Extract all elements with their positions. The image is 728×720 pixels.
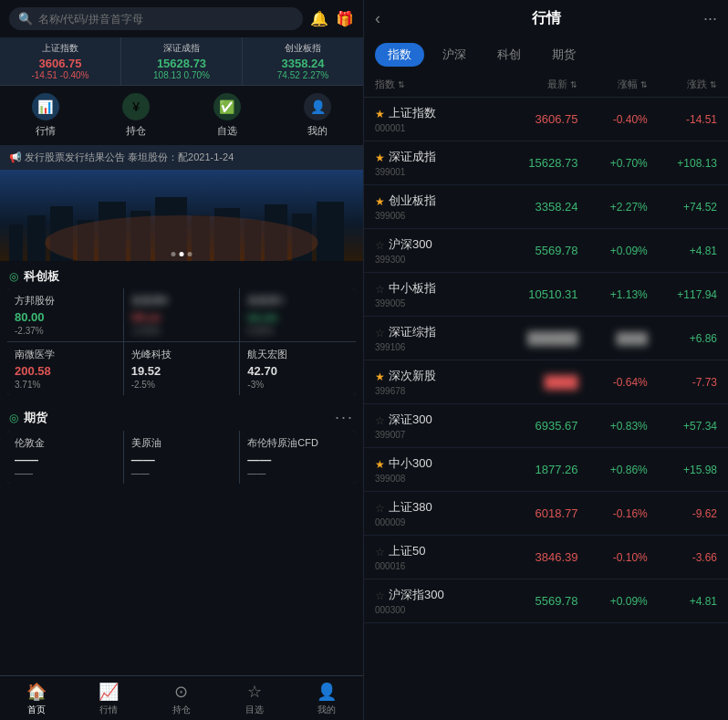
star-icon-9[interactable]: ☆ xyxy=(375,502,385,515)
tab-hushen[interactable]: 沪深 xyxy=(430,43,479,67)
table-scroll[interactable]: ★ 上证指数 000001 3606.75 -0.40% -14.51 ★ 深证… xyxy=(364,98,728,720)
stock-cell-4[interactable]: 光峰科技 19.52 -2.5% xyxy=(124,342,240,395)
table-row-10[interactable]: ☆ 上证50 000016 3846.39 -0.10% -3.66 xyxy=(364,536,728,579)
star-icon-2[interactable]: ★ xyxy=(375,195,385,208)
row-name-7: 深证300 xyxy=(389,412,432,428)
star-icon-5[interactable]: ☆ xyxy=(375,327,385,339)
kechuang-header: ◎ 科创板 xyxy=(0,261,363,288)
search-input[interactable] xyxy=(38,13,294,26)
bottom-nav: 🏠 首页 📈 行情 ⊙ 持仓 ☆ 目选 👤 我的 xyxy=(0,675,363,720)
stock-name-1: 某股票B xyxy=(131,294,233,308)
index-value-2: 3358.24 xyxy=(248,57,358,70)
right-title: 行情 xyxy=(390,9,703,28)
row-name-8: 中小300 xyxy=(389,455,432,472)
stock-chg-1: -2.93% xyxy=(131,326,233,336)
svg-rect-2 xyxy=(27,215,46,261)
more-button[interactable]: ··· xyxy=(335,408,354,427)
table-row-1[interactable]: ★ 深证成指 399001 15628.73 +0.70% +108.13 xyxy=(364,141,728,185)
futures-icon: ◎ xyxy=(9,412,18,424)
table-row-8[interactable]: ★ 中小300 399008 1877.26 +0.86% +15.98 xyxy=(364,448,728,492)
table-row-9[interactable]: ☆ 上证380 000009 6018.77 -0.16% -9.62 xyxy=(364,492,728,536)
row-chg-4: +117.94 xyxy=(648,288,717,301)
search-wrap[interactable]: 🔍 xyxy=(9,7,303,30)
more-icon[interactable]: ··· xyxy=(703,9,717,28)
stock-cell-1[interactable]: 某股票B 34.xx -2.93% xyxy=(124,288,240,341)
table-row-4[interactable]: ☆ 中小板指 399005 10510.31 +1.13% +117.94 xyxy=(364,273,728,317)
row-name-1: 深证成指 xyxy=(389,149,436,165)
futures-cell-1[interactable]: 美原油 —— —— xyxy=(124,431,240,484)
index-name-2: 创业板指 xyxy=(248,42,358,55)
star-icon-3[interactable]: ☆ xyxy=(375,239,385,252)
tab-index[interactable]: 指数 xyxy=(375,43,424,67)
bottom-holding[interactable]: ⊙ 持仓 xyxy=(145,682,218,716)
star-icon-0[interactable]: ★ xyxy=(375,108,385,120)
futures-cell-2[interactable]: 布伦特原油CFD —— —— xyxy=(240,431,356,484)
star-icon-7[interactable]: ☆ xyxy=(375,414,385,427)
futures-cell-0[interactable]: 伦敦金 —— —— xyxy=(7,431,123,484)
table-row-5[interactable]: ☆ 深证综指 399106 ██████ ████ +6.86 xyxy=(364,317,728,360)
stock-price-3: 200.58 xyxy=(15,364,116,378)
table-row-0[interactable]: ★ 上证指数 000001 3606.75 -0.40% -14.51 xyxy=(364,98,728,141)
table-row-6[interactable]: ★ 深次新股 399678 ████ -0.64% -7.73 xyxy=(364,360,728,404)
star-icon-6[interactable]: ★ xyxy=(375,370,385,383)
table-row-2[interactable]: ★ 创业板指 399006 3358.24 +2.27% +74.52 xyxy=(364,185,728,229)
col-header-name: 指数 ⇅ xyxy=(375,78,491,91)
star-icon-4[interactable]: ☆ xyxy=(375,283,385,296)
row-pct-3: +0.09% xyxy=(577,245,647,257)
index-item-2[interactable]: 创业板指 3358.24 74.52 2.27% xyxy=(243,37,363,85)
star-icon-10[interactable]: ☆ xyxy=(375,546,385,558)
nav-market[interactable]: 📊 行情 xyxy=(0,93,91,138)
stock-cell-5[interactable]: 航天宏图 42.70 -3% xyxy=(240,342,356,395)
bell-icon[interactable]: 🔔 xyxy=(310,10,328,27)
row-code-11: 000300 xyxy=(375,605,491,615)
row-price-0: 3606.75 xyxy=(491,112,577,126)
row-code-9: 000009 xyxy=(375,517,491,527)
back-button[interactable]: ‹ xyxy=(375,9,380,28)
stock-cell-0[interactable]: 方邦股份 80.00 -2.37% xyxy=(7,288,123,341)
index-change-2: 74.52 2.27% xyxy=(248,70,358,80)
row-name-block-8: ★ 中小300 399008 xyxy=(375,455,491,484)
row-name-2: 创业板指 xyxy=(389,193,436,209)
row-pct-10: -0.10% xyxy=(577,551,647,564)
futures-header: ◎ 期货 ··· xyxy=(0,401,363,431)
stock-cell-3[interactable]: 南微医学 200.58 3.71% xyxy=(7,342,123,395)
row-code-3: 399300 xyxy=(375,255,491,265)
row-pct-4: +1.13% xyxy=(577,288,647,301)
bottom-mine[interactable]: 👤 我的 xyxy=(290,682,363,716)
row-name-3: 沪深300 xyxy=(389,236,432,253)
row-chg-5: +6.86 xyxy=(648,332,717,345)
row-name-block-5: ☆ 深证综指 399106 xyxy=(375,324,491,352)
row-pct-7: +0.83% xyxy=(577,420,647,433)
stock-cell-2[interactable]: 某股票C xx.xx 6.82% xyxy=(240,288,356,341)
gift-icon[interactable]: 🎁 xyxy=(336,10,354,27)
star-icon-8[interactable]: ★ xyxy=(375,458,385,471)
bottom-watchlist[interactable]: ☆ 目选 xyxy=(218,682,291,716)
tab-futures[interactable]: 期货 xyxy=(539,43,588,67)
nav-holding[interactable]: ¥ 持仓 xyxy=(91,93,182,138)
tab-kechuang[interactable]: 科创 xyxy=(484,43,534,67)
row-code-0: 000001 xyxy=(375,123,491,133)
index-value-1: 15628.73 xyxy=(127,57,236,70)
stock-chg-2: 6.82% xyxy=(247,326,348,336)
bottom-market[interactable]: 📈 行情 xyxy=(73,682,146,716)
index-item-1[interactable]: 深证成指 15628.73 108.13 0.70% xyxy=(121,37,243,85)
table-row-11[interactable]: ☆ 沪深指300 000300 5569.78 +0.09% +4.81 xyxy=(364,579,728,623)
watchlist-icon: ✅ xyxy=(213,93,241,120)
row-price-1: 15628.73 xyxy=(491,156,577,170)
bottom-home[interactable]: 🏠 首页 xyxy=(0,682,73,716)
table-row-3[interactable]: ☆ 沪深300 399300 5569.78 +0.09% +4.81 xyxy=(364,229,728,273)
nav-watchlist[interactable]: ✅ 自选 xyxy=(182,93,273,138)
row-name-block-0: ★ 上证指数 000001 xyxy=(375,105,491,133)
kechuang-title: 科创板 xyxy=(24,268,59,285)
announcement-text: 📢 发行股票发行结果公告 泰坦股份：配2021-1-24 xyxy=(9,151,234,164)
table-row-7[interactable]: ☆ 深证300 399007 6935.67 +0.83% +57.34 xyxy=(364,404,728,448)
row-pct-0: -0.40% xyxy=(577,113,647,126)
row-name-5: 深证综指 xyxy=(389,324,436,340)
star-icon-1[interactable]: ★ xyxy=(375,151,385,164)
index-item-0[interactable]: 上证指数 3606.75 -14.51 -0.40% xyxy=(0,37,121,85)
sort-pct-icon: ⇅ xyxy=(640,80,648,89)
futures-price-1: —— xyxy=(131,453,233,466)
nav-mine[interactable]: 👤 我的 xyxy=(273,93,364,138)
stock-name-4: 光峰科技 xyxy=(131,348,233,361)
star-icon-11[interactable]: ☆ xyxy=(375,590,385,602)
